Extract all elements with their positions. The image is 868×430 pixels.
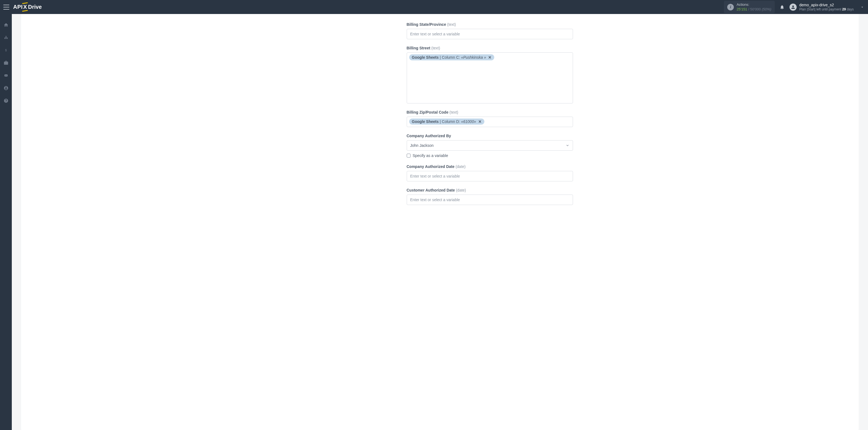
checkbox-specify-variable[interactable]: Specify as a variable — [407, 153, 573, 158]
sidebar-connections-icon[interactable] — [3, 35, 9, 40]
input-billing-state[interactable] — [407, 29, 573, 39]
menu-toggle-button[interactable] — [3, 5, 9, 10]
select-company-authorized-by[interactable]: John Jackson — [407, 140, 573, 151]
label-billing-zip: Billing Zip/Postal Code (text) — [407, 110, 573, 115]
notifications-bell-icon[interactable] — [780, 5, 784, 10]
sidebar-briefcase-icon[interactable] — [3, 60, 9, 66]
logo-text-x: X — [23, 4, 27, 10]
field-customer-authorized-date: Customer Authorized Date (date) — [407, 188, 573, 205]
actions-line: 25'151 / 50'000 (50%) — [737, 7, 771, 12]
user-plan: Plan |Start| left until payment 29 days — [799, 7, 854, 12]
actions-counter[interactable]: i Actions: 25'151 / 50'000 (50%) — [724, 1, 774, 13]
avatar-icon — [789, 4, 797, 11]
select-value: John Jackson — [410, 143, 434, 148]
sidebar-billing-icon[interactable] — [3, 48, 9, 53]
left-column — [21, 14, 121, 430]
info-icon: i — [727, 4, 734, 10]
field-company-authorized-by: Company Authorized By John Jackson Speci… — [407, 134, 573, 158]
input-company-authorized-date[interactable] — [407, 171, 573, 181]
topbar: API X Drive i Actions: 25'151 / 50'000 (… — [0, 0, 868, 14]
input-customer-authorized-date[interactable] — [407, 194, 573, 205]
user-name: demo_apix-drive_s2 — [799, 2, 854, 7]
sidebar-help-icon[interactable] — [3, 98, 9, 103]
page-card: Billing State/Province (text) Billing St… — [21, 14, 859, 430]
checkbox-icon[interactable] — [407, 154, 410, 157]
input-billing-street[interactable]: Google Sheets | Column C: «Pushkinska » … — [407, 53, 573, 103]
sidebar-video-icon[interactable] — [3, 73, 9, 78]
remove-pill-icon[interactable]: ✕ — [477, 119, 483, 124]
checkbox-label: Specify as a variable — [413, 153, 448, 158]
variable-pill-billing-street[interactable]: Google Sheets | Column C: «Pushkinska » … — [409, 54, 495, 60]
chevron-down-icon[interactable] — [860, 5, 864, 9]
logo[interactable]: API X Drive — [13, 4, 42, 10]
label-billing-street: Billing Street (text) — [407, 46, 573, 50]
field-billing-zip: Billing Zip/Postal Code (text) Google Sh… — [407, 110, 573, 127]
sidebar-home-icon[interactable] — [3, 22, 9, 28]
variable-pill-billing-zip[interactable]: Google Sheets | Column D: «61000» ✕ — [409, 119, 484, 125]
label-billing-state: Billing State/Province (text) — [407, 22, 573, 27]
chevron-down-icon — [566, 144, 569, 147]
input-billing-zip[interactable]: Google Sheets | Column D: «61000» ✕ — [407, 117, 573, 127]
sidebar-account-icon[interactable] — [3, 85, 9, 91]
right-column: Billing State/Province (text) Billing St… — [121, 14, 859, 430]
label-company-authorized-by: Company Authorized By — [407, 134, 573, 138]
logo-text-api: API — [13, 4, 23, 10]
form-column: Billing State/Province (text) Billing St… — [407, 14, 573, 430]
label-company-authorized-date: Company Authorized Date (date) — [407, 164, 573, 169]
logo-text-drive: Drive — [28, 4, 42, 10]
field-billing-street: Billing Street (text) Google Sheets | Co… — [407, 46, 573, 103]
remove-pill-icon[interactable]: ✕ — [487, 55, 493, 60]
content-area: Billing State/Province (text) Billing St… — [12, 14, 868, 430]
sidebar — [0, 14, 12, 430]
user-menu[interactable]: demo_apix-drive_s2 Plan |Start| left unt… — [789, 2, 865, 12]
field-billing-state: Billing State/Province (text) — [407, 22, 573, 39]
field-company-authorized-date: Company Authorized Date (date) — [407, 164, 573, 181]
label-customer-authorized-date: Customer Authorized Date (date) — [407, 188, 573, 192]
actions-label: Actions: — [737, 2, 771, 7]
